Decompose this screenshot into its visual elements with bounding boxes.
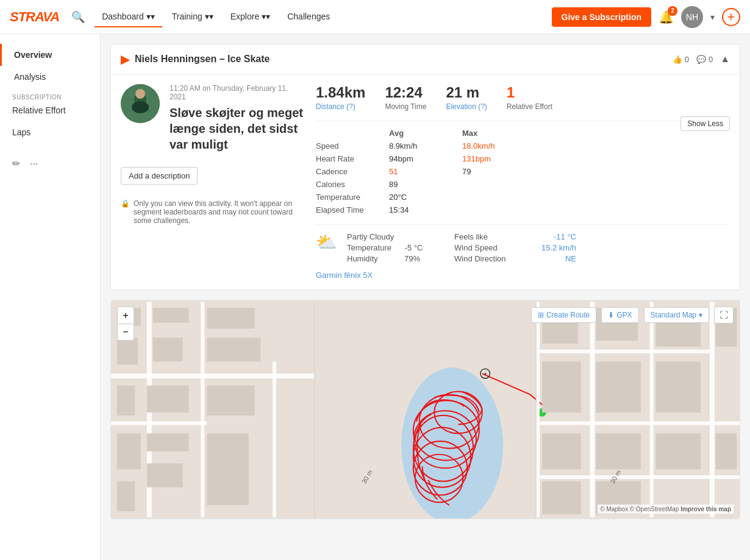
create-route-button[interactable]: ⊞ Create Route — [531, 307, 596, 323]
nav-item-explore[interactable]: Explore ▾ — [223, 7, 277, 27]
map-container[interactable]: ✦ — [111, 300, 740, 519]
chevron-down-icon: ▾ — [205, 12, 213, 21]
stat-moving-time: 12:24 Moving Time — [385, 84, 426, 111]
route-icon: ⊞ — [538, 311, 544, 319]
svg-rect-11 — [153, 308, 189, 323]
stats-table: Show Less Avg Max Speed 8.9km/h 18.0km/h — [316, 121, 730, 214]
sidebar-item-overview[interactable]: Overview — [0, 44, 100, 66]
map-toolbar: ⊞ Create Route ⬇ GPX Standard Map ▾ ⛶ — [531, 307, 734, 324]
svg-rect-38 — [590, 302, 595, 517]
svg-rect-6 — [111, 422, 207, 425]
notification-badge: 2 — [668, 6, 677, 16]
strava-logo[interactable]: STRAVA — [10, 9, 59, 25]
stat-elevation: 21 m Elevation (?) — [446, 84, 487, 111]
svg-rect-55 — [542, 481, 581, 514]
weather-left: Partly Cloudy Temperature -5 °C Humidity — [347, 232, 445, 263]
table-row: Heart Rate 94bpm 131bpm — [316, 154, 730, 163]
search-icon[interactable]: 🔍 — [71, 10, 85, 24]
gpx-button[interactable]: ⬇ GPX — [601, 307, 638, 323]
zoom-out-button[interactable]: − — [117, 324, 134, 341]
svg-point-2 — [135, 89, 145, 99]
svg-rect-5 — [111, 374, 315, 378]
svg-rect-15 — [207, 338, 260, 361]
svg-rect-50 — [656, 361, 701, 412]
svg-rect-53 — [656, 433, 701, 469]
svg-rect-54 — [716, 433, 737, 469]
chevron-down-icon: ▾ — [262, 12, 270, 21]
navbar: STRAVA 🔍 Dashboard ▾ Training ▾ Explore … — [0, 0, 750, 34]
nav-item-dashboard[interactable]: Dashboard ▾ — [95, 7, 162, 27]
download-icon: ⬇ — [608, 311, 614, 319]
fullscreen-button[interactable]: ⛶ — [714, 307, 734, 324]
distance-label[interactable]: Distance (?) — [316, 102, 365, 111]
activity-left: 11:20 AM on Thursday, February 11, 2021 … — [121, 84, 304, 280]
table-row: Speed 8.9km/h 18.0km/h — [316, 141, 730, 151]
chevron-down-icon[interactable]: ▾ — [710, 12, 715, 22]
svg-text:✦: ✦ — [484, 372, 487, 376]
svg-rect-9 — [273, 361, 276, 517]
map-background: ✦ — [111, 300, 740, 519]
svg-rect-51 — [542, 433, 581, 469]
svg-rect-12 — [207, 308, 255, 328]
more-options-button[interactable]: ··· — [30, 158, 38, 169]
improve-map-link[interactable]: Improve this map — [680, 506, 731, 512]
activity-meta: 11:20 AM on Thursday, February 11, 2021 … — [170, 84, 304, 152]
zoom-in-button[interactable]: + — [117, 307, 134, 324]
sidebar: Overview Analysis SUBSCRIPTION Relative … — [0, 34, 101, 560]
subscription-label: SUBSCRIPTION — [0, 88, 100, 102]
edit-button[interactable]: ✏ — [12, 158, 20, 169]
svg-rect-22 — [207, 433, 249, 505]
show-less-button[interactable]: Show Less — [680, 116, 730, 131]
subscription-button[interactable]: Give a Subscription — [552, 7, 651, 27]
svg-rect-37 — [536, 302, 540, 517]
comment-action[interactable]: 💬 0 — [696, 55, 713, 64]
notification-icon[interactable]: 🔔 2 — [659, 10, 674, 24]
like-action[interactable]: 👍 0 — [673, 55, 689, 64]
stat-relative-effort: 1 Relative Effort — [507, 84, 552, 111]
weather-humidity-value: 79% — [404, 254, 420, 263]
feels-like-label: Feels like — [454, 232, 488, 241]
svg-rect-43 — [536, 475, 740, 479]
svg-rect-8 — [201, 302, 204, 517]
weather-row: ⛅ Partly Cloudy Temperature -5 °C Humidi… — [316, 232, 730, 263]
svg-rect-19 — [147, 433, 189, 451]
activity-body: 11:20 AM on Thursday, February 11, 2021 … — [111, 74, 740, 289]
sidebar-item-analysis[interactable]: Analysis — [0, 66, 100, 88]
lock-icon — [121, 199, 130, 208]
wind-speed-row: Wind Speed 15.2 km/h — [454, 243, 576, 252]
svg-rect-52 — [596, 433, 641, 469]
main-content: ▶ Niels Henningsen – Ice Skate 👍 0 💬 0 ▲ — [101, 34, 750, 560]
table-row: Temperature 20°C — [316, 193, 730, 202]
table-row: Calories 89 — [316, 180, 730, 189]
user-avatar[interactable]: NH — [681, 6, 703, 28]
sidebar-item-relative-effort[interactable]: Relative Effort — [0, 102, 100, 121]
sidebar-actions: ✏ ··· — [0, 148, 100, 179]
add-activity-icon[interactable]: + — [722, 8, 740, 26]
activity-athlete-avatar — [121, 84, 160, 123]
feels-like-row: Feels like -11 °C — [454, 232, 576, 241]
weather-temp-row: Temperature -5 °C — [347, 243, 445, 252]
weather-right: Feels like -11 °C Wind Speed 15.2 km/h W… — [454, 232, 576, 263]
weather-temp-value: -5 °C — [405, 243, 423, 252]
fullscreen-icon: ⛶ — [720, 310, 728, 320]
collapse-icon[interactable]: ▲ — [720, 54, 730, 65]
device-row[interactable]: Garmin fēnix 5X — [316, 271, 730, 280]
distance-value: 1.84km — [316, 84, 365, 101]
add-description-button[interactable]: Add a description — [121, 167, 198, 185]
activity-name: Sløve skøjter og meget længe siden, det … — [170, 105, 304, 152]
more-icon: ··· — [30, 158, 38, 169]
svg-rect-18 — [117, 433, 141, 469]
svg-rect-14 — [153, 338, 183, 361]
activity-header-actions: 👍 0 💬 0 ▲ — [673, 54, 730, 65]
stats-header: Avg Max — [316, 129, 730, 138]
svg-point-25 — [416, 380, 482, 439]
activity-header: ▶ Niels Henningsen – Ice Skate 👍 0 💬 0 ▲ — [111, 44, 740, 74]
moving-time-value: 12:24 — [385, 84, 426, 101]
map-section: ✦ — [110, 300, 740, 519]
nav-item-training[interactable]: Training ▾ — [165, 7, 221, 27]
elevation-label[interactable]: Elevation (?) — [446, 102, 487, 111]
sidebar-item-laps[interactable]: Laps — [0, 121, 100, 143]
standard-map-button[interactable]: Standard Map ▾ — [644, 307, 709, 323]
nav-item-challenges[interactable]: Challenges — [280, 7, 337, 27]
wind-direction-row: Wind Direction NE — [454, 254, 576, 263]
